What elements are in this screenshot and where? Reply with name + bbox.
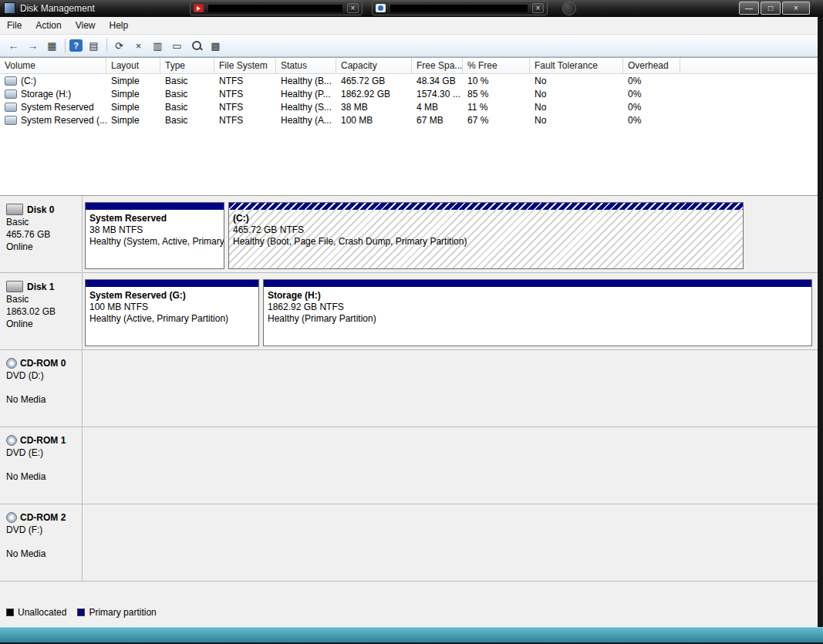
column-header-capacity[interactable]: Capacity xyxy=(336,58,412,73)
volume-type: Basic xyxy=(160,88,214,100)
cdrom-media: No Media xyxy=(6,472,82,482)
background-window-2[interactable]: × xyxy=(372,1,548,15)
close-icon[interactable]: × xyxy=(532,3,544,13)
column-header-pctfree[interactable]: % Free xyxy=(463,58,530,73)
volume-list: Volume Layout Type File System Status Ca… xyxy=(0,57,818,196)
export-list-icon[interactable]: ▤ xyxy=(86,38,102,53)
properties-icon[interactable]: ▥ xyxy=(150,38,166,53)
column-header-status[interactable]: Status xyxy=(276,58,336,73)
partition-detail: 465.72 GB NTFS xyxy=(233,224,739,236)
partition-status: Healthy (Primary Partition) xyxy=(268,313,808,325)
partition-title: System Reserved xyxy=(89,213,220,224)
column-header-filesystem[interactable]: File System xyxy=(214,58,276,73)
cd-icon xyxy=(6,512,17,523)
volume-filesystem: NTFS xyxy=(214,114,276,126)
cdrom1-panel[interactable]: CD-ROM 1 DVD (E:) No Media xyxy=(0,427,83,504)
disk-name: Disk 0 xyxy=(27,204,54,215)
volume-row-storage[interactable]: Storage (H:) Simple Basic NTFS Healthy (… xyxy=(0,87,818,100)
menu-file[interactable]: File xyxy=(0,18,29,33)
volume-faulttolerance: No xyxy=(530,101,623,113)
legend-label: Unallocated xyxy=(18,607,66,618)
column-header-faulttolerance[interactable]: Fault Tolerance xyxy=(530,58,623,73)
partition-storage-h[interactable]: Storage (H:) 1862.92 GB NTFS Healthy (Pr… xyxy=(263,279,812,346)
search-icon[interactable] xyxy=(188,38,204,53)
app-icon xyxy=(4,2,15,14)
background-orb-button[interactable] xyxy=(562,2,576,15)
window-title: Disk Management xyxy=(20,3,95,14)
background-window-1[interactable]: × xyxy=(190,1,363,15)
disk-icon xyxy=(6,281,23,292)
cdrom2-panel[interactable]: CD-ROM 2 DVD (F:) No Media xyxy=(0,504,83,581)
taskbar-strip[interactable] xyxy=(0,627,823,642)
title-bar[interactable]: Disk Management × × — □ × xyxy=(0,0,823,17)
column-header-type[interactable]: Type xyxy=(160,58,214,73)
volume-pctfree: 67 % xyxy=(463,114,530,126)
volume-row-system-reserved-g[interactable]: System Reserved (... Simple Basic NTFS H… xyxy=(0,113,818,126)
drive-icon xyxy=(5,103,17,112)
volume-capacity: 465.72 GB xyxy=(336,75,412,87)
drive-icon xyxy=(5,89,17,99)
cdrom1-row: CD-ROM 1 DVD (E:) No Media xyxy=(0,427,818,504)
partition-system-reserved-g[interactable]: System Reserved (G:) 100 MB NTFS Healthy… xyxy=(85,279,259,346)
cdrom0-row: CD-ROM 0 DVD (D:) No Media xyxy=(0,350,818,427)
volume-status: Healthy (P... xyxy=(276,88,336,100)
disk-kind: Basic xyxy=(6,217,82,228)
primary-partition-bar xyxy=(229,203,743,210)
column-header-volume[interactable]: Volume xyxy=(0,58,106,73)
volume-filesystem: NTFS xyxy=(214,88,276,100)
partition-status: Healthy (System, Active, Primary xyxy=(89,236,220,248)
volume-faulttolerance: No xyxy=(530,75,623,87)
volume-layout: Simple xyxy=(106,75,160,87)
partition-title: Storage (H:) xyxy=(268,290,808,302)
column-header-overhead[interactable]: Overhead xyxy=(623,58,680,73)
disk0-panel[interactable]: Disk 0 Basic 465.76 GB Online xyxy=(0,196,83,272)
delete-volume-icon[interactable]: × xyxy=(130,38,147,53)
volume-status: Healthy (S... xyxy=(276,101,336,113)
volume-overhead: 0% xyxy=(623,75,680,87)
disk-kind: Basic xyxy=(6,295,82,305)
partition-c[interactable]: (C:) 465.72 GB NTFS Healthy (Boot, Page … xyxy=(228,202,744,269)
cdrom-media: No Media xyxy=(6,549,82,559)
back-icon[interactable]: ← xyxy=(5,38,22,53)
cd-icon xyxy=(6,435,17,446)
options-icon[interactable]: ▩ xyxy=(207,38,224,53)
maximize-button[interactable]: □ xyxy=(761,2,781,15)
menu-help[interactable]: Help xyxy=(103,18,136,33)
toolbar-separator xyxy=(106,39,107,52)
minimize-button[interactable]: — xyxy=(739,2,759,15)
close-icon[interactable]: × xyxy=(347,3,359,13)
disk1-panel[interactable]: Disk 1 Basic 1863.02 GB Online xyxy=(0,273,83,349)
refresh-icon[interactable]: ⟳ xyxy=(111,38,127,53)
forward-icon[interactable]: → xyxy=(25,38,41,53)
legend-label: Primary partition xyxy=(89,607,156,618)
open-folder-icon[interactable]: ▭ xyxy=(169,38,185,53)
partition-status: Healthy (Active, Primary Partition) xyxy=(89,313,255,325)
menu-view[interactable]: View xyxy=(69,18,103,33)
disk-size: 1863.02 GB xyxy=(6,307,82,317)
menu-action[interactable]: Action xyxy=(29,18,68,33)
help-icon[interactable]: ? xyxy=(69,39,83,52)
show-console-tree-icon[interactable]: ▦ xyxy=(44,38,60,53)
disk1-row: Disk 1 Basic 1863.02 GB Online System Re… xyxy=(0,273,818,350)
cdrom-media: No Media xyxy=(6,395,82,405)
cdrom0-panel[interactable]: CD-ROM 0 DVD (D:) No Media xyxy=(0,350,83,427)
volume-name: (C:) xyxy=(21,76,36,86)
disk0-row: Disk 0 Basic 465.76 GB Online System Res… xyxy=(0,196,818,273)
volume-type: Basic xyxy=(160,114,214,126)
volume-free: 4 MB xyxy=(412,101,463,113)
close-button[interactable]: × xyxy=(782,2,810,15)
partition-system-reserved[interactable]: System Reserved 38 MB NTFS Healthy (Syst… xyxy=(85,202,224,269)
volume-pctfree: 11 % xyxy=(463,101,530,113)
column-header-layout[interactable]: Layout xyxy=(106,58,160,73)
volume-status: Healthy (A... xyxy=(276,114,336,126)
redacted-title xyxy=(208,5,342,12)
volume-status: Healthy (B... xyxy=(276,75,336,87)
volume-row-system-reserved[interactable]: System Reserved Simple Basic NTFS Health… xyxy=(0,100,818,113)
partition-status: Healthy (Boot, Page File, Crash Dump, Pr… xyxy=(233,236,739,248)
cdrom2-row: CD-ROM 2 DVD (F:) No Media xyxy=(0,504,818,582)
volume-row-c[interactable]: (C:) Simple Basic NTFS Healthy (B... 465… xyxy=(0,74,818,87)
drive-icon xyxy=(5,76,17,86)
column-header-freespace[interactable]: Free Spa... xyxy=(412,58,463,73)
volume-pctfree: 10 % xyxy=(463,75,530,87)
partition-title: System Reserved (G:) xyxy=(89,290,255,302)
